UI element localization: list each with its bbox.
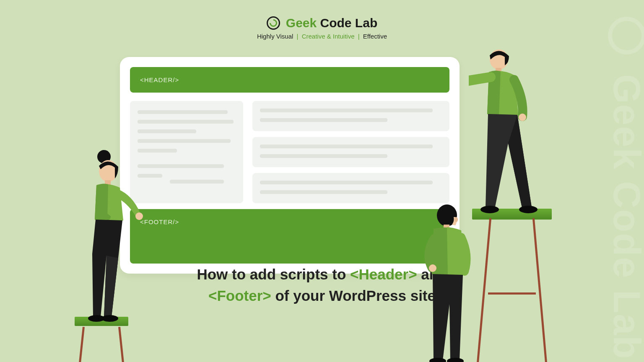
svg-point-1 [99,160,117,182]
svg-point-9 [519,114,526,121]
brand-tagline: Highly Visual | Creative & Intuitive | E… [0,33,644,40]
svg-point-16 [429,358,446,362]
person-illustration-tall [469,44,557,220]
content-block-right [252,101,449,203]
footer-bar: <FOOTER/> [130,209,449,264]
content-block-left [130,101,243,203]
svg-point-4 [88,315,105,322]
header-bar: <HEADER/> [130,67,449,93]
content-row [130,101,449,203]
footer-bar-label: <FOOTER/> [140,218,179,225]
stool-illustration [75,317,128,362]
watermark-text: Geek Code Lab [605,17,644,359]
svg-point-17 [447,358,464,362]
layout-card: <HEADER/> [120,57,460,274]
brand-logo-icon [267,16,280,30]
svg-point-5 [101,315,118,322]
svg-rect-7 [496,68,501,72]
svg-point-11 [519,206,538,213]
svg-rect-2 [105,180,111,185]
svg-point-6 [490,49,508,70]
svg-point-10 [480,206,499,213]
brand-header: Geek Code Lab Highly Visual | Creative &… [0,0,644,40]
brand-name: Geek Code Lab [286,16,377,30]
svg-point-0 [97,150,111,163]
article-headline: How to add scripts to <Header> and <Foot… [0,264,644,307]
header-bar-label: <HEADER/> [140,76,179,83]
